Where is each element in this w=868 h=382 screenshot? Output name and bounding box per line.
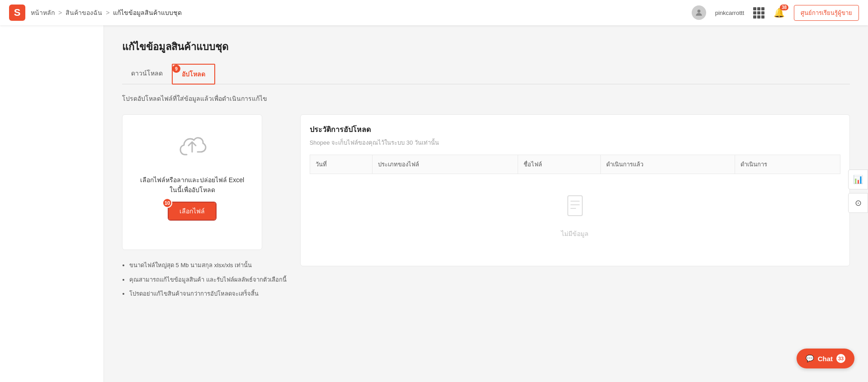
upload-dropzone[interactable]: เลือกไฟล์หรือลากและปล่อยไฟล์ Excel ในนี้… <box>122 114 262 250</box>
tab-upload-wrapper: อัปโหลด 9 <box>172 64 215 84</box>
upload-content-row: เลือกไฟล์หรือลากและปล่อยไฟล์ Excel ในนี้… <box>122 114 850 304</box>
upload-cloud-icon <box>178 133 207 168</box>
chat-icon: 💬 <box>806 354 814 363</box>
svg-point-0 <box>697 9 700 13</box>
topnav-right: pinkcarrottt 🔔 38 ศูนย์การเรียนรู้ผู้ขาย <box>692 5 859 21</box>
upload-note-2: คุณสามารถแก้ไขข้อมูลสินค้า และรับไฟล์ผลล… <box>129 275 287 284</box>
chat-badge: 33 <box>836 354 845 363</box>
tabs-container: ดาวน์โหลด อัปโหลด 9 <box>122 64 850 85</box>
page-title: แก้ไขข้อมูลสินค้าแบบชุด <box>122 39 850 55</box>
col-filetype: ประเภทของไฟล์ <box>373 155 518 174</box>
breadcrumb: หน้าหลัก > สินค้าของฉัน > แก้ไขข้อมูลสิน… <box>31 8 692 18</box>
learn-center-button[interactable]: ศูนย์การเรียนรู้ผู้ขาย <box>794 5 859 21</box>
upload-hint-text: เลือกไฟล์หรือลากและปล่อยไฟล์ Excel ในนี้… <box>140 175 244 195</box>
col-action: ดำเนินการ <box>735 155 840 174</box>
chat-label: Chat <box>818 355 833 363</box>
select-file-button[interactable]: เลือกไฟล์ <box>169 203 216 220</box>
upload-description: โปรดอัปโหลดไฟล์ที่ใส่ข้อมูลแล้วเพื่อดำเน… <box>122 94 850 104</box>
col-processed: ดำเนินการแล้ว <box>601 155 735 174</box>
history-title: ประวัติการอัปโหลด <box>310 124 840 135</box>
upload-note-1: ขนาดไฟล์ใหญ่สุด 5 Mb นามสกุล xlsx/xls เท… <box>129 261 287 270</box>
svg-rect-1 <box>568 196 582 216</box>
empty-icon <box>310 192 840 224</box>
empty-text: ไม่มีข้อมูล <box>310 229 840 239</box>
settings-icon: ⊙ <box>855 198 862 208</box>
chat-button[interactable]: 💬 Chat 33 <box>797 349 854 368</box>
col-filename: ชื่อไฟล์ <box>518 155 601 174</box>
grid-menu-icon[interactable] <box>753 7 764 19</box>
analytics-float-button[interactable]: 📊 <box>848 170 868 189</box>
sidebar <box>0 25 104 382</box>
history-description: Shopee จะเก็บไฟล์ของคุณไว้ในระบบ 30 วันเ… <box>310 138 840 147</box>
topnav: S หน้าหลัก > สินค้าของฉัน > แก้ไขข้อมูลส… <box>0 0 868 25</box>
breadcrumb-current: แก้ไขข้อมูลสินค้าแบบชุด <box>113 8 182 18</box>
notification-badge: 38 <box>780 5 788 10</box>
breadcrumb-sep2: > <box>106 9 109 16</box>
user-avatar <box>692 5 706 20</box>
history-panel: ประวัติการอัปโหลด Shopee จะเก็บไฟล์ของคุ… <box>300 114 850 266</box>
upload-notes-list: ขนาดไฟล์ใหญ่สุด 5 Mb นามสกุล xlsx/xls เท… <box>122 261 287 298</box>
history-table-header-row: วันที่ ประเภทของไฟล์ ชื่อไฟล์ ดำเนินการแ… <box>310 155 840 174</box>
breadcrumb-home[interactable]: หน้าหลัก <box>31 8 55 18</box>
history-table: วันที่ ประเภทของไฟล์ ชื่อไฟล์ ดำเนินการแ… <box>310 155 840 257</box>
breadcrumb-sep1: > <box>58 9 62 16</box>
side-float-panel: 📊 ⊙ <box>848 170 868 213</box>
upload-note-3: โปรดอย่าแก้ไขสินค้าจนกว่าการอัปโหลดจะเสร… <box>129 289 287 298</box>
col-date: วันที่ <box>310 155 373 174</box>
username-label: pinkcarrottt <box>715 9 744 16</box>
breadcrumb-products[interactable]: สินค้าของฉัน <box>66 8 102 18</box>
tab-upload-label: อัปโหลด <box>182 71 205 78</box>
empty-state: ไม่มีข้อมูล <box>310 174 840 257</box>
analytics-icon: 📊 <box>853 174 863 184</box>
upload-column: เลือกไฟล์หรือลากและปล่อยไฟล์ Excel ในนี้… <box>122 114 287 304</box>
shopee-logo: S <box>9 5 25 21</box>
settings-float-button[interactable]: ⊙ <box>848 193 868 213</box>
select-file-wrapper: 10 เลือกไฟล์ <box>169 203 216 223</box>
notification-button[interactable]: 🔔 38 <box>774 7 785 18</box>
history-empty-row: ไม่มีข้อมูล <box>310 174 840 257</box>
tab-upload-badge: 9 <box>172 65 180 73</box>
tab-download[interactable]: ดาวน์โหลด <box>122 64 172 84</box>
page-layout: แก้ไขข้อมูลสินค้าแบบชุด ดาวน์โหลด อัปโหล… <box>0 25 868 382</box>
select-file-badge: 10 <box>162 198 172 208</box>
main-content: แก้ไขข้อมูลสินค้าแบบชุด ดาวน์โหลด อัปโหล… <box>104 25 868 382</box>
